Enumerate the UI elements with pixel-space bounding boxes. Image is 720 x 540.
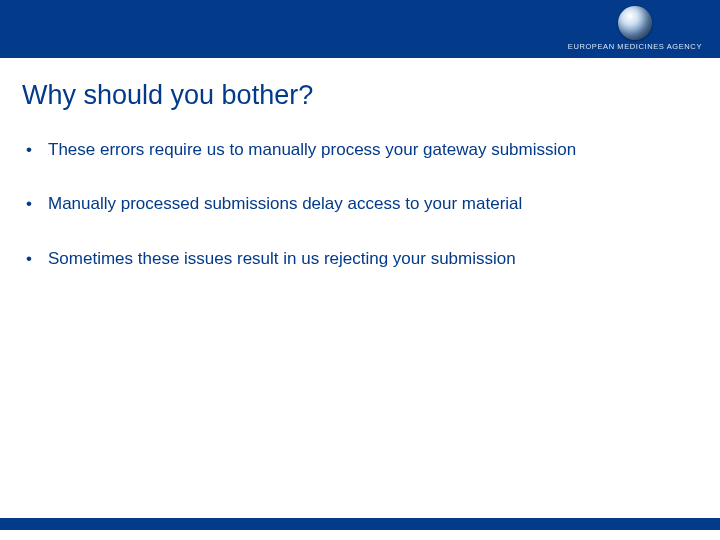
slide-title: Why should you bother? (0, 58, 720, 111)
globe-icon (618, 6, 652, 40)
brand-text: EUROPEAN MEDICINES AGENCY (568, 42, 702, 51)
slide-content: These errors require us to manually proc… (0, 111, 720, 272)
slide: EUROPEAN MEDICINES AGENCY Why should you… (0, 0, 720, 540)
list-item: Manually processed submissions delay acc… (24, 191, 696, 217)
list-item: These errors require us to manually proc… (24, 137, 696, 163)
brand-logo: EUROPEAN MEDICINES AGENCY (568, 6, 702, 51)
bullet-list: These errors require us to manually proc… (24, 137, 696, 272)
header-bar: EUROPEAN MEDICINES AGENCY (0, 0, 720, 58)
list-item: Sometimes these issues result in us reje… (24, 246, 696, 272)
footer-bar (0, 518, 720, 530)
